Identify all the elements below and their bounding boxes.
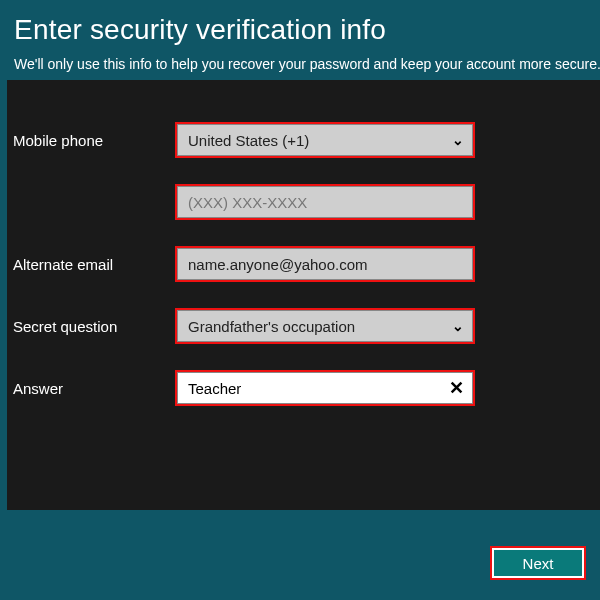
phone-input-wrap: (XXX) XXX-XXXX [175, 184, 475, 220]
alt-email-input[interactable]: name.anyone@yahoo.com [177, 248, 473, 280]
footer: Next [490, 546, 586, 580]
form-panel: Mobile phone United States (+1) ⌄ (XXX) … [7, 80, 600, 510]
chevron-down-icon: ⌄ [452, 318, 464, 334]
alt-email-input-wrap: name.anyone@yahoo.com [175, 246, 475, 282]
country-select-wrap: United States (+1) ⌄ [175, 122, 475, 158]
chevron-down-icon: ⌄ [452, 132, 464, 148]
country-select-value: United States (+1) [188, 132, 309, 149]
country-select[interactable]: United States (+1) ⌄ [177, 124, 473, 156]
row-mobile-phone: Mobile phone United States (+1) ⌄ [7, 122, 600, 158]
label-alternate-email: Alternate email [9, 256, 175, 273]
page-subtitle: We'll only use this info to help you rec… [0, 52, 600, 80]
answer-value: Teacher [188, 380, 241, 397]
row-secret-question: Secret question Grandfather's occupation… [7, 308, 600, 344]
page-header: Enter security verification info [0, 0, 600, 52]
label-secret-question: Secret question [9, 318, 175, 335]
row-phone-number: (XXX) XXX-XXXX [7, 184, 600, 220]
label-answer: Answer [9, 380, 175, 397]
answer-input-wrap: Teacher ✕ [175, 370, 475, 406]
next-button[interactable]: Next [492, 548, 584, 578]
secret-question-value: Grandfather's occupation [188, 318, 355, 335]
answer-input[interactable]: Teacher ✕ [177, 372, 473, 404]
secret-question-select-wrap: Grandfather's occupation ⌄ [175, 308, 475, 344]
next-button-highlight: Next [490, 546, 586, 580]
page-title: Enter security verification info [14, 14, 600, 46]
label-mobile-phone: Mobile phone [9, 132, 175, 149]
clear-icon[interactable]: ✕ [449, 377, 464, 399]
phone-input[interactable]: (XXX) XXX-XXXX [177, 186, 473, 218]
secret-question-select[interactable]: Grandfather's occupation ⌄ [177, 310, 473, 342]
phone-placeholder: (XXX) XXX-XXXX [188, 194, 307, 211]
next-button-label: Next [523, 555, 554, 572]
row-answer: Answer Teacher ✕ [7, 370, 600, 406]
row-alternate-email: Alternate email name.anyone@yahoo.com [7, 246, 600, 282]
alt-email-value: name.anyone@yahoo.com [188, 256, 368, 273]
